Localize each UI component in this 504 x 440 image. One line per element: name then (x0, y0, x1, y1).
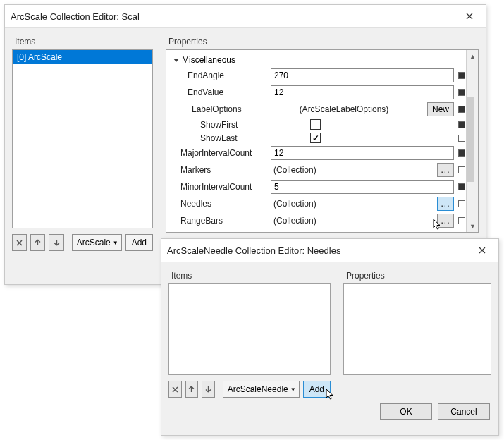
move-down-button[interactable] (49, 234, 63, 251)
delete-button[interactable] (168, 381, 182, 398)
arrow-up-icon (35, 239, 41, 246)
prop-showfirst: ShowFirst (169, 118, 465, 131)
chevron-down-icon: ▼ (113, 240, 118, 246)
items-toolbar: ArcScaleNeedle ▼ Add (168, 381, 331, 398)
x-icon (16, 240, 23, 246)
scrollbar[interactable]: ▲ ▼ (466, 50, 478, 232)
type-dropdown[interactable]: ArcScaleNeedle ▼ (223, 381, 300, 398)
property-grid[interactable] (343, 283, 491, 375)
dialog-header: ArcScale Collection Editor: Scal (5, 5, 486, 28)
prop-marker[interactable] (458, 135, 465, 142)
prop-rangebars: RangeBars (Collection) ... (169, 212, 465, 229)
new-button[interactable]: New (427, 102, 454, 116)
majorinterval-input[interactable] (271, 146, 454, 160)
markers-ellipsis-button[interactable]: ... (437, 163, 454, 177)
item-arcscale-0[interactable]: [0] ArcScale (13, 50, 152, 64)
items-toolbar: ArcScale ▼ Add (12, 234, 153, 251)
showfirst-checkbox[interactable] (310, 119, 321, 130)
x-icon (172, 386, 178, 393)
close-icon (466, 13, 473, 20)
prop-marker[interactable] (458, 217, 465, 224)
ok-button[interactable]: OK (380, 403, 432, 420)
arcscaleneedle-collection-editor-dialog: ArcScaleNeedle Collection Editor: Needle… (161, 238, 499, 436)
cancel-button[interactable]: Cancel (438, 403, 490, 420)
dropdown-label: ArcScale (77, 238, 111, 248)
prop-majorinterval: MajorIntervalCount (169, 145, 465, 161)
add-button[interactable]: Add (125, 234, 153, 251)
close-icon (479, 247, 486, 254)
properties-column: Properties (343, 267, 491, 398)
endvalue-input[interactable] (271, 85, 454, 99)
expander-icon (173, 59, 179, 62)
dialog-title: ArcScaleNeedle Collection Editor: Needle… (167, 245, 472, 256)
move-up-button[interactable] (30, 234, 45, 251)
prop-marker[interactable] (458, 72, 465, 79)
property-content: Miscellaneous EndAngle EndValue (166, 50, 478, 232)
minorinterval-input[interactable] (271, 180, 454, 194)
prop-marker[interactable] (458, 183, 465, 190)
scroll-up-icon[interactable]: ▲ (467, 50, 479, 62)
add-button[interactable]: Add (303, 381, 331, 398)
items-label: Items (168, 267, 331, 283)
dialog-header: ArcScaleNeedle Collection Editor: Needle… (161, 239, 498, 262)
type-dropdown[interactable]: ArcScale ▼ (72, 234, 122, 251)
prop-needles: Needles (Collection) ... (169, 195, 465, 212)
prop-marker[interactable] (458, 166, 465, 173)
properties-column: Properties ▲ ▼ Miscellaneous EndAngle (166, 32, 479, 251)
dropdown-label: ArcScaleNeedle (228, 384, 288, 394)
dialog-title: ArcScale Collection Editor: Scal (11, 11, 459, 22)
close-button[interactable] (472, 243, 493, 257)
move-down-button[interactable] (202, 381, 215, 398)
endangle-input[interactable] (271, 68, 454, 82)
delete-button[interactable] (12, 234, 27, 251)
group-miscellaneous[interactable]: Miscellaneous (169, 53, 465, 67)
rangebars-ellipsis-button[interactable]: ... (437, 214, 454, 228)
close-button[interactable] (459, 9, 480, 23)
prop-markers: Markers (Collection) ... (169, 161, 465, 178)
scroll-down-icon[interactable]: ▼ (467, 220, 479, 232)
prop-labeloptions[interactable]: LabelOptions (ArcScaleLabelOptions) New (169, 101, 465, 118)
prop-marker[interactable] (458, 149, 465, 157)
dialog-footer: OK Cancel (161, 403, 498, 428)
items-column: Items ArcScaleNeedle ▼ Add (168, 267, 331, 398)
arrow-up-icon (188, 386, 195, 393)
arrow-down-icon (54, 239, 60, 246)
prop-endvalue: EndValue (169, 84, 465, 101)
property-grid[interactable]: ▲ ▼ Miscellaneous EndAngle (166, 49, 479, 233)
prop-marker[interactable] (458, 106, 465, 113)
prop-minorinterval: MinorIntervalCount (169, 178, 465, 195)
move-up-button[interactable] (185, 381, 199, 398)
showlast-checkbox[interactable] (310, 133, 321, 143)
needles-ellipsis-button[interactable]: ... (437, 197, 454, 211)
items-list[interactable] (168, 283, 331, 375)
properties-label: Properties (166, 32, 479, 49)
items-label: Items (12, 32, 153, 49)
prop-marker[interactable] (458, 121, 465, 128)
prop-endangle: EndAngle (169, 67, 465, 84)
prop-marker[interactable] (458, 200, 465, 207)
properties-label: Properties (343, 267, 491, 283)
prop-marker[interactable] (458, 89, 465, 96)
items-column: Items [0] ArcScale ArcScale ▼ (12, 32, 153, 251)
scroll-thumb[interactable] (467, 97, 474, 182)
chevron-down-icon: ▼ (290, 386, 296, 393)
prop-showlast: ShowLast (169, 131, 465, 145)
items-list[interactable]: [0] ArcScale (12, 49, 153, 228)
arrow-down-icon (205, 386, 211, 393)
